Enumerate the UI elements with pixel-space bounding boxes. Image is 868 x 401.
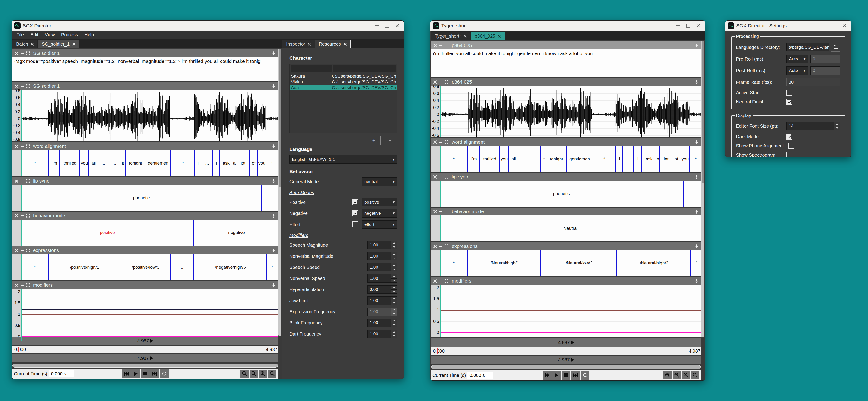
spinner-down-icon[interactable] (391, 300, 397, 305)
segment-tonight[interactable]: tonight (546, 146, 567, 172)
segment-phonetic[interactable]: phonetic (440, 181, 683, 207)
segment--[interactable]: ^ (22, 254, 48, 280)
character-row-vivian[interactable]: VivianC:/Users/berge/SG_DEV/SG_Characte.… (290, 79, 397, 85)
word-alignment-track[interactable]: ^i'mthrilledyouall......ittonightgentlem… (440, 146, 701, 172)
segment--[interactable]: ^ (592, 146, 616, 172)
negative-checkbox[interactable] (352, 210, 358, 216)
modifier-curve[interactable] (440, 332, 701, 333)
skip-end-button[interactable] (150, 369, 159, 378)
segment--[interactable]: ... (261, 185, 278, 211)
panel-expand-icon[interactable] (445, 245, 448, 248)
tab-close-icon[interactable] (344, 42, 347, 46)
panel-expand-icon[interactable] (26, 179, 30, 183)
post-roll-value-field[interactable]: 0 (810, 66, 840, 75)
spinner-up-icon[interactable] (391, 330, 397, 334)
lip-sync-track[interactable]: phonetic... (22, 185, 278, 211)
blink-frequency-spinner[interactable]: 1.00 (367, 319, 397, 327)
zoom-selection-button[interactable] (259, 370, 267, 378)
segment-of[interactable]: of (249, 150, 257, 176)
panel-minimize-icon[interactable] (21, 216, 24, 216)
panel-vertical-scrollbar[interactable] (701, 41, 704, 337)
spinner-up-icon[interactable] (391, 308, 397, 312)
stop-button[interactable] (562, 371, 570, 380)
panel-expand-icon[interactable] (26, 214, 30, 218)
segment--[interactable]: ^ (170, 150, 195, 176)
pin-icon[interactable] (272, 248, 276, 253)
segment-i-m[interactable]: i'm (467, 146, 480, 172)
panel-close-icon[interactable] (15, 84, 18, 88)
expressions-track[interactable]: ^/positive/high/1/positive/low/3.../nega… (22, 254, 278, 280)
spinner-down-icon[interactable] (391, 256, 397, 260)
tab-close-icon[interactable] (464, 35, 467, 38)
playhead-line[interactable] (440, 181, 441, 207)
zoom-fit-button[interactable] (691, 371, 700, 379)
skip-start-button[interactable] (543, 371, 552, 380)
segment-you[interactable]: you (257, 150, 266, 176)
spinner-up-icon[interactable] (391, 241, 397, 245)
panel-minimize-icon[interactable] (439, 211, 442, 212)
timeline-ruler[interactable]: 0.000 4.987 (431, 347, 701, 355)
tab-close-icon[interactable] (72, 42, 75, 46)
active-start-checkbox[interactable] (786, 90, 793, 95)
panel-close-icon[interactable] (15, 52, 18, 55)
middle-titlebar[interactable]: Tyger_short (430, 21, 705, 31)
behavior-mode-track[interactable]: positivenegative (22, 220, 278, 246)
language-select[interactable]: English_GB-EAW_1.1 ▼ (289, 155, 397, 164)
panel-close-icon[interactable] (433, 279, 437, 283)
segment--neutral-low-3[interactable]: /Neutral/low/3 (540, 250, 617, 276)
behavior-mode-track[interactable]: Neutral (440, 216, 701, 241)
menu-view[interactable]: View (42, 32, 58, 38)
menu-file[interactable]: File (13, 32, 27, 38)
playhead-line[interactable] (22, 289, 22, 341)
zoom-out-button[interactable] (673, 371, 681, 379)
post-roll-mode-select[interactable]: Auto ▼ (786, 66, 808, 75)
segment--positive-low-3[interactable]: /positive/low/3 (120, 254, 171, 280)
panel-minimize-icon[interactable] (439, 281, 442, 281)
spinner-down-icon[interactable] (391, 245, 397, 249)
segment--[interactable]: ^ (440, 146, 467, 172)
spinner-up-icon[interactable] (834, 122, 840, 126)
playhead-tick[interactable] (437, 348, 438, 354)
pin-icon[interactable] (272, 84, 276, 88)
segment-i-m[interactable]: i'm (48, 150, 60, 176)
segment-i[interactable]: i (615, 146, 623, 172)
segment--[interactable]: ^ (266, 150, 278, 176)
segment-i[interactable]: i (212, 150, 220, 176)
segment-you[interactable]: you (499, 146, 509, 172)
playhead-line[interactable] (440, 146, 441, 172)
zoom-selection-button[interactable] (682, 371, 690, 379)
spinner-down-icon[interactable] (391, 334, 397, 338)
play-button[interactable] (552, 371, 561, 380)
zoom-in-button[interactable] (663, 371, 672, 379)
tab-close-icon[interactable] (308, 42, 311, 46)
menu-process[interactable]: Process (59, 32, 81, 38)
playhead-line[interactable] (440, 285, 441, 337)
panel-expand-icon[interactable] (445, 44, 448, 47)
out-point-bar[interactable]: 4.987 (431, 338, 701, 347)
tab-batch[interactable]: Batch (12, 39, 37, 48)
speech-speed-spinner[interactable]: 1.00 (367, 263, 397, 271)
browse-folder-button[interactable] (831, 43, 840, 52)
horizontal-scrollbar[interactable] (431, 365, 701, 369)
modifier-curve[interactable] (440, 310, 701, 311)
editor-font-size-spinner[interactable]: 14 (786, 122, 840, 130)
panel-expand-icon[interactable] (26, 283, 30, 287)
out-point-bar[interactable]: 4.987 (12, 337, 278, 345)
waveform-display[interactable] (22, 90, 278, 141)
timeline-ruler[interactable]: 0.000 4.987 (12, 346, 278, 353)
spinner-up-icon[interactable] (391, 252, 397, 256)
tab-tyger-short-[interactable]: Tyger_short* (431, 32, 470, 40)
general-mode-select[interactable]: neutral ▼ (362, 177, 397, 186)
lip-sync-track[interactable]: phonetic... (440, 181, 701, 207)
segment--[interactable]: ^ (689, 146, 701, 172)
nonverbal-speed-spinner[interactable]: 1.00 (367, 274, 397, 283)
panel-close-icon[interactable] (433, 175, 437, 179)
spinner-up-icon[interactable] (391, 319, 397, 323)
segment--neutral-high-2[interactable]: /Neutral/high/2 (616, 250, 691, 276)
panel-close-icon[interactable] (433, 245, 437, 248)
segment--neutral-high-1[interactable]: /Neutral/high/1 (467, 250, 541, 276)
panel-close-icon[interactable] (433, 44, 437, 47)
maximize-button[interactable] (686, 24, 690, 28)
minimize-button[interactable] (375, 24, 379, 28)
playhead-line[interactable] (22, 220, 22, 246)
